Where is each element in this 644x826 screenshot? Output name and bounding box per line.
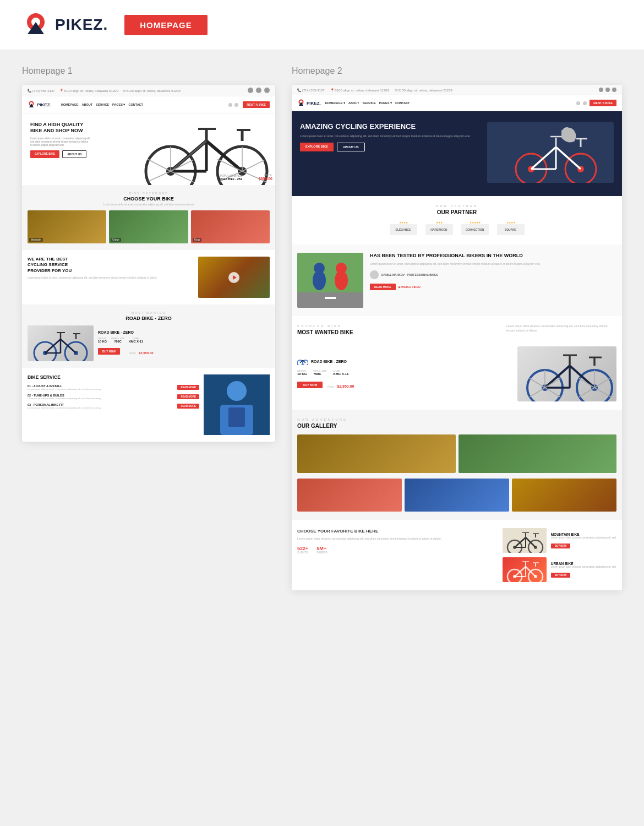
hp2-mountain-buy-btn[interactable]: BUY NOW <box>551 544 571 548</box>
hp1-navbar: PIKEZ. HOMEPAGE ABOUT SERVICE PAGES ▾ CO… <box>22 96 275 113</box>
hp2-nav-icons: RENT A BIKE <box>576 100 616 106</box>
svg-line-86 <box>594 378 610 388</box>
hp1-bike-category: BIKE CATEGORY CHOOSE YOUR BIKE Lorem ips… <box>22 185 275 250</box>
hp1-service-item-3: 03 - PERSONAL BIKE FIT Lorem ipsum dolor… <box>28 403 199 409</box>
hp2-stat-orders: 5M+ ORDERS <box>316 546 327 554</box>
hp1-rent-btn[interactable]: RENT A BIKE <box>243 101 270 108</box>
hp1-nav-service[interactable]: SERVICE <box>96 103 109 106</box>
hp2-addr1: 📍 6100 align st. retina, delaware 51209 <box>330 88 389 92</box>
hp1-social <box>248 88 270 93</box>
svg-point-64 <box>313 270 326 290</box>
hp2-nav-service[interactable]: SERVICE <box>363 101 376 105</box>
hp2-search-icon[interactable] <box>583 101 587 105</box>
hp2-mw-desc: Lorem ipsum dolor sit amet, consectetur … <box>506 324 616 333</box>
hp2-tested-content: HAS BEEN TESTED BY PROFESSIONAL BIKERS I… <box>370 253 616 290</box>
svg-line-93 <box>530 388 545 397</box>
hp1-service-title: BIKE SERVICE <box>28 374 199 380</box>
hp2-gallery-img-1[interactable] <box>297 434 456 473</box>
hp1-hero: FIND A HIGH QUALITY BIKE AND SHOP NOW Lo… <box>22 113 275 185</box>
hp1-card-mountain-label: Mountain <box>29 238 43 242</box>
hp2-partner-sublabel: OUR PARTNER <box>297 204 616 208</box>
hp2-choose-urban: URBAN BIKE Lorem ipsum dolor sit amet, c… <box>503 557 616 582</box>
hp1-service-btn-2[interactable]: READ MORE <box>177 394 199 399</box>
hp2-rent-btn[interactable]: RENT A BIKE <box>590 100 616 106</box>
logo-icon <box>22 11 50 39</box>
hp1-about-btn[interactable]: ABOUT US <box>62 150 86 158</box>
hp1-nav-contact[interactable]: CONTACT <box>128 103 143 106</box>
hp1-best-left: WE ARE THE BEST CYCLING SERVICE PROVIDER… <box>28 257 193 298</box>
homepage2-preview: 📞 (714) 555-3127 📍 6100 align st. retina… <box>292 85 622 590</box>
hp1-logo: PIKEZ. <box>28 101 51 108</box>
homepage1-label: Homepage 1 <box>22 66 275 76</box>
hp2-cart-icon[interactable] <box>576 101 580 105</box>
hp2-nav-items: HOMEPAGE ▾ ABOUT SERVICE PAGES ▾ CONTACT <box>325 101 572 105</box>
hp2-mw-left: POPULAR BIKE MOST WANTED BIKE <box>297 324 353 341</box>
hp1-card-mountain[interactable]: Mountain <box>28 210 106 243</box>
hp1-hero-bike <box>127 113 275 185</box>
hp2-gallery-img-4[interactable] <box>405 479 509 512</box>
hp2-choose-title: CHOOSE YOUR FAVORITE BIKE HERE <box>297 528 497 534</box>
hp1-buy-btn[interactable]: BUY NOW <box>98 348 120 355</box>
hp1-cart-icon[interactable] <box>228 103 232 107</box>
hp1-nav-homepage[interactable]: HOMEPAGE <box>61 103 79 106</box>
svg-point-66 <box>335 270 348 290</box>
hp2-nav-contact[interactable]: CONTACT <box>395 101 410 105</box>
hp2-watch-link[interactable]: ▶ WATCH VIDEO <box>399 285 421 289</box>
hp2-gallery-img-5[interactable] <box>512 479 616 512</box>
hp2-urban-buy-btn[interactable]: BUY NOW <box>551 573 571 578</box>
hp2-read-more-btn[interactable]: READ MORE <box>370 284 396 290</box>
hp1-service-btn-3[interactable]: READ MORE <box>177 404 199 409</box>
svg-line-28 <box>148 159 171 171</box>
hp1-service-img-svg <box>204 374 270 435</box>
hp1-service-item-1: 01 - ADJUST & INSTALL Lorem ipsum dolor … <box>28 384 199 390</box>
hp2-choose-mountain: MOUNTAIN BIKE Lorem ipsum dolor sit amet… <box>503 528 616 553</box>
hp2-social-icons <box>599 88 616 92</box>
hp2-partner: OUR PARTNER OUR PARTNER ★★★★ ELEGANCE ★★… <box>292 196 622 244</box>
svg-rect-44 <box>228 407 245 427</box>
hp1-video-thumb[interactable] <box>198 257 270 298</box>
hp2-nav-about[interactable]: ABOUT <box>348 101 359 105</box>
hp1-addr1: 📍 6100 align st. retina, delaware 51209 <box>59 89 118 93</box>
hp2-gallery-img-3[interactable] <box>297 479 402 512</box>
hp2-mw-spec-weight: WEIGHT 10 KG <box>297 369 307 376</box>
homepage-badge[interactable]: HOMEPAGE <box>124 15 207 35</box>
hp1-play-btn[interactable] <box>228 272 239 283</box>
hp2-mw-spec-chain: CHAIN KMC X-11 <box>333 369 348 376</box>
svg-line-11 <box>206 141 242 171</box>
hp1-road-bike: MOST WANTED ROAD BIKE - ZERO <box>22 305 275 368</box>
hp2-explore-btn[interactable]: EXPLORE BIKE <box>300 143 334 151</box>
hp2-mw-specs: WEIGHT 10 KG WHEEL SIZE 700C CHAIN KMC X… <box>297 369 512 376</box>
hp2-mw-bike-img <box>517 346 616 401</box>
hp1-card-urban[interactable]: Urban <box>109 210 188 243</box>
hp2-buy-btn[interactable]: BUY NOW <box>297 382 323 388</box>
hp1-nav-items: HOMEPAGE ABOUT SERVICE PAGES ▾ CONTACT <box>61 103 224 106</box>
hp1-service-item-1-text: 01 - ADJUST & INSTALL Lorem ipsum dolor … <box>28 384 174 390</box>
hp1-nav-pages[interactable]: PAGES ▾ <box>112 103 125 106</box>
hp2-tested-img <box>297 253 363 308</box>
hp1-explore-btn[interactable]: EXPLORE BIKE <box>30 150 59 158</box>
hp2-gallery: OUR ADVENTURE OUR GALLERY <box>292 410 622 520</box>
hp1-rb-content: ROAD BIKE - ZERO WEIGHT 10 KG WHEEL SIZE… <box>28 325 270 361</box>
hp2-topbar: 📞 (714) 555-3127 📍 6100 align st. retina… <box>292 85 622 95</box>
hp2-mw-header: POPULAR BIKE MOST WANTED BIKE Lorem ipsu… <box>297 324 616 341</box>
top-header: PIKEZ. HOMEPAGE <box>0 0 644 50</box>
svg-rect-95 <box>503 528 547 553</box>
hp1-nav-about[interactable]: ABOUT <box>81 103 92 106</box>
hp2-choose-urban-img <box>503 557 547 582</box>
svg-rect-67 <box>297 292 363 308</box>
hp1-tw-icon <box>256 88 261 93</box>
hp1-best-desc: Lorem ipsum dolor sit amet, consectetur … <box>28 276 193 280</box>
hp1-rb-name: ROAD BIKE - ZERO <box>98 330 270 334</box>
hp2-mw-bike-title: ROAD BIKE - ZERO <box>311 360 347 363</box>
hp2-nav-homepage[interactable]: HOMEPAGE ▾ <box>325 101 345 105</box>
hp2-nav-pages[interactable]: PAGES ▾ <box>379 101 392 105</box>
hp2-about-btn[interactable]: ABOUT US <box>337 143 365 151</box>
hp1-card-road[interactable]: Road <box>191 210 270 243</box>
hp2-choose-bikes: MOUNTAIN BIKE Lorem ipsum dolor sit amet… <box>503 528 616 582</box>
hp2-gallery-img-2[interactable] <box>459 434 617 473</box>
hp2-partner-logos: ★★★★ ELEGANCE ★★★ HAREWOOD ★★★★★ <box>297 221 616 236</box>
hp1-service-btn-1[interactable]: READ MORE <box>177 385 199 390</box>
hp2-most-wanted: POPULAR BIKE MOST WANTED BIKE Lorem ipsu… <box>292 316 622 410</box>
svg-line-26 <box>171 171 194 182</box>
hp1-search-icon[interactable] <box>234 103 238 107</box>
